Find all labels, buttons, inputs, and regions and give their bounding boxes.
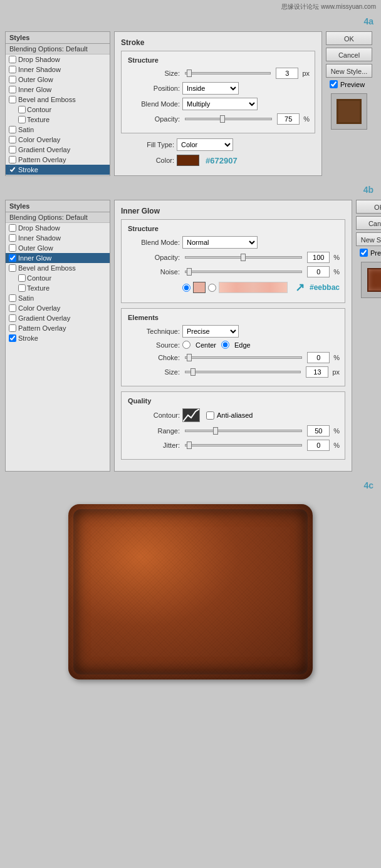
style-satin-4a[interactable]: Satin	[6, 125, 110, 135]
style-color-overlay-4b[interactable]: Color Overlay	[6, 303, 110, 313]
style-contour-4a[interactable]: Contour	[6, 105, 110, 115]
new-style-button-4b[interactable]: New Style...	[356, 232, 381, 246]
size-thumb-4a[interactable]	[187, 70, 192, 77]
gradient-radio-4b[interactable]	[208, 284, 216, 292]
size-thumb-4b[interactable]	[190, 368, 196, 376]
inner-shadow-checkbox-4b[interactable]	[9, 234, 16, 242]
style-gradient-overlay-4a[interactable]: Gradient Overlay	[6, 145, 110, 155]
range-slider-4b[interactable]	[185, 430, 302, 432]
size-input-4a[interactable]: 3	[276, 68, 298, 79]
pattern-overlay-checkbox-4b[interactable]	[9, 324, 16, 332]
noise-thumb-4b[interactable]	[187, 268, 192, 276]
size-slider-4b[interactable]	[185, 371, 301, 373]
style-texture-4b[interactable]: Texture	[6, 283, 110, 293]
opacity-input-4b[interactable]	[307, 252, 330, 263]
drop-shadow-checkbox-4b[interactable]	[9, 224, 16, 232]
solid-color-radio-4b[interactable]	[182, 284, 190, 292]
satin-checkbox-4a[interactable]	[9, 126, 16, 133]
color-overlay-checkbox-4b[interactable]	[9, 304, 16, 312]
jitter-thumb-4b[interactable]	[187, 442, 192, 449]
choke-slider-4b[interactable]	[185, 356, 302, 359]
style-color-overlay-4a[interactable]: Color Overlay	[6, 135, 110, 145]
style-outer-glow-4b[interactable]: Outer Glow	[6, 243, 110, 253]
opacity-slider-4a[interactable]	[185, 118, 272, 120]
style-inner-glow-4b[interactable]: Inner Glow	[6, 253, 110, 263]
fill-type-dropdown-4a[interactable]: Color Gradient Pattern	[177, 138, 233, 151]
opacity-thumb-4a[interactable]	[220, 115, 225, 123]
texture-checkbox-4b[interactable]	[18, 284, 26, 292]
opacity-input-4a[interactable]	[277, 113, 300, 125]
noise-slider-4b[interactable]	[185, 271, 302, 273]
preview-checkbox-4b[interactable]	[360, 249, 368, 257]
bevel-emboss-checkbox-4a[interactable]	[9, 96, 16, 103]
style-stroke-4b[interactable]: Stroke	[6, 333, 110, 343]
range-thumb-4b[interactable]	[213, 427, 218, 435]
outer-glow-checkbox-4b[interactable]	[9, 244, 16, 252]
preview-checkbox-4a[interactable]	[330, 80, 338, 88]
color-swatch-4a[interactable]	[177, 155, 199, 166]
style-inner-shadow-4a[interactable]: Inner Shadow	[6, 65, 110, 75]
gradient-bar-4b[interactable]	[219, 282, 288, 293]
section-4c-container	[0, 493, 381, 691]
contour-checkbox-4b[interactable]	[18, 274, 26, 282]
noise-row-4b: Noise: %	[127, 266, 340, 277]
outer-glow-checkbox-4a[interactable]	[9, 76, 16, 83]
blend-mode-dropdown-4a[interactable]: Multiply Normal Screen	[182, 98, 258, 110]
cancel-button-4a[interactable]: Cancel	[326, 48, 372, 61]
ok-button-4b[interactable]: OK	[356, 200, 381, 214]
size-slider-4a[interactable]	[185, 72, 271, 75]
stroke-checkbox-4b[interactable]	[9, 334, 16, 342]
size-input-4b[interactable]	[306, 366, 328, 378]
source-center-radio-4b[interactable]	[182, 341, 190, 349]
gradient-overlay-checkbox-4b[interactable]	[9, 314, 16, 322]
choke-thumb-4b[interactable]	[187, 354, 192, 361]
source-edge-radio-4b[interactable]	[221, 341, 229, 349]
glow-color-swatch-4b[interactable]	[193, 282, 206, 293]
color-hex-4a: #672907	[206, 156, 237, 165]
position-dropdown-4a[interactable]: Inside Outside Center	[182, 82, 239, 95]
range-input-4b[interactable]	[307, 425, 330, 437]
style-outer-glow-4a[interactable]: Outer Glow	[6, 75, 110, 85]
blending-options-4b[interactable]: Blending Options: Default	[6, 212, 110, 223]
style-drop-shadow-4b[interactable]: Drop Shadow	[6, 223, 110, 233]
drop-shadow-checkbox-4a[interactable]	[9, 56, 16, 63]
contour-checkbox-4a[interactable]	[18, 106, 26, 113]
preview-label-4a: Preview	[340, 81, 365, 88]
style-inner-glow-4a[interactable]: Inner Glow	[6, 85, 110, 95]
inner-glow-checkbox-4b[interactable]	[9, 254, 16, 262]
style-pattern-overlay-4b[interactable]: Pattern Overlay	[6, 323, 110, 333]
bevel-emboss-checkbox-4b[interactable]	[9, 264, 16, 272]
style-pattern-overlay-4a[interactable]: Pattern Overlay	[6, 155, 110, 165]
ok-button-4a[interactable]: OK	[326, 31, 372, 45]
new-style-button-4a[interactable]: New Style...	[326, 64, 372, 78]
jitter-slider-4b[interactable]	[185, 444, 302, 447]
stroke-checkbox-4a[interactable]	[9, 166, 16, 173]
noise-input-4b[interactable]	[307, 266, 330, 277]
style-inner-shadow-4b[interactable]: Inner Shadow	[6, 233, 110, 243]
style-drop-shadow-4a[interactable]: Drop Shadow	[6, 54, 110, 65]
cancel-button-4b[interactable]: Cancel	[356, 216, 381, 230]
style-texture-4a[interactable]: Texture	[6, 115, 110, 125]
inner-shadow-checkbox-4a[interactable]	[9, 66, 16, 73]
style-contour-4b[interactable]: Contour	[6, 273, 110, 283]
style-bevel-emboss-4b[interactable]: Bevel and Emboss	[6, 263, 110, 273]
jitter-input-4b[interactable]	[307, 440, 330, 451]
opacity-slider-4b[interactable]	[185, 256, 302, 259]
texture-checkbox-4a[interactable]	[18, 116, 26, 123]
style-satin-4b[interactable]: Satin	[6, 293, 110, 303]
style-bevel-emboss-4a[interactable]: Bevel and Emboss	[6, 95, 110, 105]
anti-alias-checkbox-4b[interactable]	[206, 411, 214, 420]
gradient-overlay-checkbox-4a[interactable]	[9, 146, 16, 153]
color-overlay-checkbox-4a[interactable]	[9, 136, 16, 143]
satin-checkbox-4b[interactable]	[9, 294, 16, 302]
style-gradient-overlay-4b[interactable]: Gradient Overlay	[6, 313, 110, 323]
blending-options-4a[interactable]: Blending Options: Default	[6, 44, 110, 54]
pattern-overlay-checkbox-4a[interactable]	[9, 156, 16, 163]
style-stroke-4a[interactable]: Stroke	[6, 165, 110, 175]
inner-glow-checkbox-4a[interactable]	[9, 86, 16, 93]
blend-mode-dropdown-4b[interactable]: Normal Multiply Screen	[182, 236, 258, 249]
choke-input-4b[interactable]	[307, 352, 330, 363]
opacity-thumb-4b[interactable]	[241, 254, 246, 261]
contour-thumbnail-4b[interactable]	[182, 408, 200, 422]
technique-dropdown-4b[interactable]: Precise Softer	[182, 325, 239, 338]
